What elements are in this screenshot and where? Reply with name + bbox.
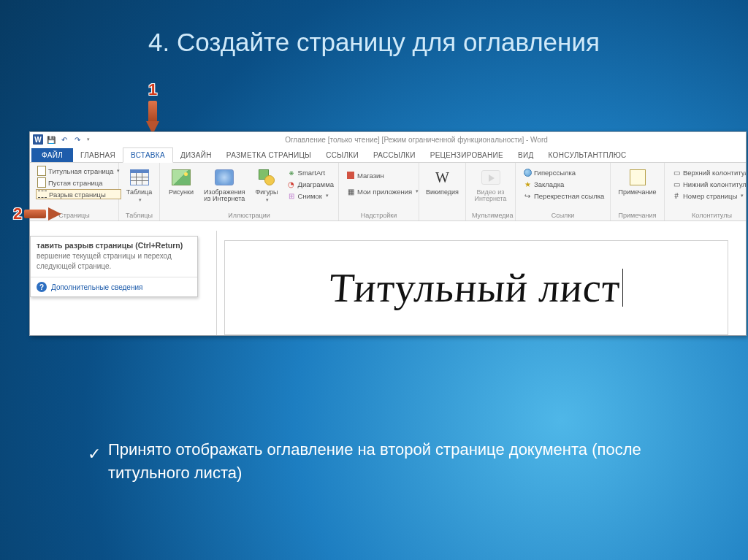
screenshot-icon: ⊞ bbox=[287, 191, 296, 200]
callout-marker-1: 1 bbox=[146, 80, 159, 134]
header-label: Верхний колонтитул bbox=[683, 169, 747, 177]
tooltip-title: тавить разрыв страницы (Ctrl+Return) bbox=[31, 237, 197, 251]
document-canvas[interactable]: Титульный лист bbox=[216, 231, 746, 335]
smartart-button[interactable]: ⎈ SmartArt bbox=[286, 167, 335, 177]
group-media: Видео из Интернета Мультимедиа bbox=[466, 163, 516, 220]
cross-reference-button[interactable]: ↪ Перекрестная ссылка bbox=[522, 191, 606, 201]
window-title: Оглавление [только чтение] [Режим ограни… bbox=[90, 136, 743, 144]
cover-page-icon bbox=[37, 166, 46, 175]
store-label: Магазин bbox=[357, 172, 384, 180]
quick-access-toolbar: W 💾 ↶ ↷ ▾ bbox=[33, 134, 90, 145]
group-comments: Примечание Примечания bbox=[611, 163, 665, 220]
my-apps-button[interactable]: ▦ Мои приложения▾ bbox=[345, 186, 420, 196]
tab-file[interactable]: ФАЙЛ bbox=[31, 148, 73, 162]
store-icon bbox=[346, 171, 355, 180]
group-header-footer-label: Колонтитулы bbox=[671, 212, 747, 220]
shapes-icon bbox=[256, 167, 277, 188]
chart-button[interactable]: ◔ Диаграмма bbox=[286, 179, 335, 189]
title-bar: W 💾 ↶ ↷ ▾ Оглавление [только чтение] [Ре… bbox=[30, 132, 746, 147]
smartart-icon: ⎈ bbox=[287, 168, 296, 177]
my-apps-label: Мои приложения bbox=[357, 188, 412, 196]
tab-view[interactable]: ВИД bbox=[511, 148, 541, 162]
arrow-shaft bbox=[148, 101, 157, 123]
page-number-icon: # bbox=[672, 191, 681, 200]
ribbon: Титульная страница▾ Пустая страница Разр… bbox=[30, 163, 746, 221]
my-apps-icon: ▦ bbox=[346, 187, 355, 196]
chart-icon: ◔ bbox=[287, 180, 296, 188]
blank-page-button[interactable]: Пустая страница bbox=[36, 177, 121, 188]
group-wikipedia-label bbox=[425, 212, 459, 220]
group-tables: Таблица ▾ Таблицы bbox=[119, 163, 160, 220]
pictures-icon bbox=[171, 167, 191, 188]
tab-home[interactable]: ГЛАВНАЯ bbox=[73, 148, 123, 162]
online-video-button[interactable]: Видео из Интернета bbox=[471, 166, 509, 204]
checkmark-icon: ✓ bbox=[88, 442, 101, 466]
arrow-shaft bbox=[24, 210, 46, 218]
online-pictures-label: Изображения из Интернета bbox=[204, 189, 245, 203]
group-addins: Магазин ▦ Мои приложения▾ Надстройки bbox=[339, 163, 419, 220]
header-button[interactable]: ▭ Верхний колонтитул▾ bbox=[671, 167, 747, 177]
tab-consultant[interactable]: КонсультантПлюс bbox=[541, 148, 634, 162]
footer-icon: ▭ bbox=[672, 180, 681, 188]
tab-page-layout[interactable]: РАЗМЕТКА СТРАНИЦЫ bbox=[219, 148, 318, 162]
arrow-right-icon bbox=[48, 207, 61, 220]
table-icon bbox=[129, 167, 150, 188]
hyperlink-button[interactable]: Гиперссылка bbox=[522, 167, 606, 177]
wikipedia-label: Википедия bbox=[426, 189, 459, 196]
callout-2-number: 2 bbox=[13, 204, 22, 223]
hyperlink-icon bbox=[523, 168, 532, 177]
callout-1-number: 1 bbox=[148, 80, 157, 99]
text-caret bbox=[622, 269, 623, 307]
tooltip-link-label: Дополнительные сведения bbox=[51, 283, 142, 291]
tab-mailings[interactable]: РАССЫЛКИ bbox=[366, 148, 423, 162]
header-icon: ▭ bbox=[672, 168, 681, 177]
save-icon[interactable]: 💾 bbox=[46, 134, 56, 145]
redo-icon[interactable]: ↷ bbox=[72, 134, 83, 145]
cross-reference-label: Перекрестная ссылка bbox=[534, 192, 604, 200]
tooltip-more-info[interactable]: ? Дополнительные сведения bbox=[31, 277, 197, 296]
online-pictures-icon bbox=[214, 167, 234, 188]
wikipedia-icon: W bbox=[432, 167, 453, 188]
page-break-button[interactable]: Разрыв страницы bbox=[36, 189, 121, 199]
group-addins-label: Надстройки bbox=[345, 212, 413, 220]
screenshot-button[interactable]: ⊞ Снимок▾ bbox=[286, 191, 335, 201]
bookmark-icon: ★ bbox=[523, 180, 532, 188]
pictures-button[interactable]: Рисунки bbox=[166, 166, 196, 197]
bookmark-button[interactable]: ★ Закладка bbox=[522, 179, 606, 189]
tooltip-body: вершение текущей страницы и переход след… bbox=[31, 251, 197, 277]
word-window: W 💾 ↶ ↷ ▾ Оглавление [только чтение] [Ре… bbox=[29, 131, 747, 336]
pictures-label: Рисунки bbox=[169, 189, 194, 196]
group-illustrations-label: Иллюстрации bbox=[166, 212, 332, 220]
shapes-label: Фигуры bbox=[256, 189, 278, 196]
online-pictures-button[interactable]: Изображения из Интернета bbox=[201, 166, 248, 204]
blank-page-label: Пустая страница bbox=[48, 179, 102, 187]
footer-button[interactable]: ▭ Нижний колонтитул▾ bbox=[671, 179, 747, 189]
page-number-label: Номер страницы bbox=[683, 192, 737, 200]
bookmark-label: Закладка bbox=[534, 180, 564, 188]
page-number-button[interactable]: # Номер страницы▾ bbox=[671, 191, 747, 201]
page-break-icon bbox=[38, 190, 47, 199]
table-button[interactable]: Таблица ▾ bbox=[123, 166, 155, 204]
hyperlink-label: Гиперссылка bbox=[534, 169, 576, 177]
tab-review[interactable]: РЕЦЕНЗИРОВАНИЕ bbox=[423, 148, 511, 162]
group-links: Гиперссылка ★ Закладка ↪ Перекрестная сс… bbox=[516, 163, 611, 220]
store-button[interactable]: Магазин bbox=[345, 170, 420, 180]
callout-marker-2: 2 bbox=[13, 204, 61, 223]
tab-references[interactable]: ССЫЛКИ bbox=[318, 148, 366, 162]
tab-insert[interactable]: ВСТАВКА bbox=[123, 147, 173, 163]
cross-reference-icon: ↪ bbox=[523, 191, 532, 200]
wikipedia-button[interactable]: W Википедия bbox=[423, 166, 462, 197]
group-wikipedia: W Википедия bbox=[419, 163, 466, 220]
shapes-button[interactable]: Фигуры ▾ bbox=[253, 166, 281, 204]
cover-page-label: Титульная страница bbox=[48, 167, 113, 175]
ribbon-tabs: ФАЙЛ ГЛАВНАЯ ВСТАВКА ДИЗАЙН РАЗМЕТКА СТР… bbox=[30, 147, 746, 163]
tab-design[interactable]: ДИЗАЙН bbox=[173, 148, 219, 162]
cover-page-button[interactable]: Титульная страница▾ bbox=[36, 166, 121, 176]
screenshot-label: Снимок bbox=[298, 192, 322, 200]
slide-bullet: ✓ Принято отображать оглавление на второ… bbox=[88, 438, 690, 485]
document-page[interactable]: Титульный лист bbox=[224, 240, 728, 335]
comment-button[interactable]: Примечание bbox=[615, 166, 659, 197]
blank-page-icon bbox=[37, 178, 46, 187]
undo-icon[interactable]: ↶ bbox=[59, 134, 69, 145]
comment-label: Примечание bbox=[618, 189, 656, 196]
